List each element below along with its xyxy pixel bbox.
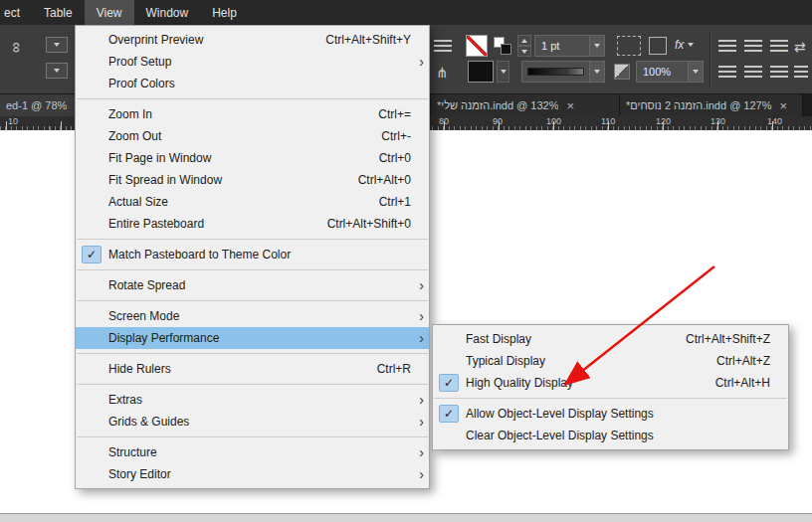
menu-item-proof-setup[interactable]: Proof Setup › — [76, 51, 429, 73]
menu-item-shortcut: Ctrl+R — [377, 362, 411, 376]
caret-down-icon — [594, 70, 600, 74]
menu-item-label: Structure — [108, 445, 411, 459]
stroke-weight-select[interactable]: 1 pt — [534, 35, 605, 57]
fill-color-dropdown[interactable] — [497, 61, 509, 83]
document-tab[interactable]: *הזמנה שלי.indd @ 132% × — [431, 94, 620, 116]
menubar-item-object[interactable]: ect — [0, 0, 32, 25]
menu-item-shortcut: Ctrl+0 — [379, 151, 411, 165]
submenu-arrow-icon: › — [419, 389, 424, 411]
submenu-arrow-icon: › — [419, 327, 424, 349]
dashed-frame-icon[interactable] — [617, 36, 641, 56]
flip-vertical-icon[interactable]: ⋔ — [436, 64, 448, 82]
stepper-up-icon[interactable] — [517, 35, 531, 46]
stroke-style-select[interactable] — [521, 61, 605, 83]
menu-item-label: Fast Display — [466, 332, 666, 346]
menu-item-grids-and-guides[interactable]: Grids & Guides › — [76, 411, 429, 433]
menu-item-label: Overprint Preview — [108, 33, 305, 47]
check-space — [439, 352, 459, 370]
check-space — [82, 149, 102, 167]
caret-down-icon — [688, 43, 694, 47]
ruler-label: 10 — [8, 116, 18, 126]
check-space — [439, 330, 459, 348]
frame-icon[interactable] — [649, 37, 667, 55]
menu-item-label: Typical Display — [466, 354, 697, 368]
menu-item-fit-spread-in-window[interactable]: Fit Spread in Window Ctrl+Alt+0 — [76, 169, 429, 191]
menu-item-label: Rotate Spread — [108, 278, 411, 292]
tab-close-icon[interactable]: × — [566, 99, 574, 112]
menu-item-structure[interactable]: Structure › — [76, 441, 429, 463]
menu-item-shortcut: Ctrl+1 — [379, 195, 411, 209]
caret-down-icon — [521, 50, 527, 54]
vertical-align-center-icon[interactable] — [744, 66, 762, 78]
menu-item-screen-mode[interactable]: Screen Mode › — [76, 305, 429, 327]
paragraph-align-center-icon[interactable] — [744, 40, 762, 52]
effects-label: fx — [675, 38, 684, 52]
vertical-align-bottom-icon[interactable] — [770, 66, 788, 78]
tab-close-icon[interactable]: × — [780, 99, 788, 112]
menu-item-display-performance[interactable]: Display Performance › — [76, 327, 429, 349]
menu-item-story-editor[interactable]: Story Editor › — [76, 463, 429, 485]
chevron-down-icon[interactable] — [589, 62, 604, 82]
menu-item-zoom-in[interactable]: Zoom In Ctrl+= — [76, 103, 429, 125]
submenu-arrow-icon: › — [419, 411, 424, 433]
stroke-proxy — [501, 44, 511, 55]
ruler-label: 130 — [710, 116, 725, 126]
submenu-arrow-icon: › — [419, 274, 424, 296]
stroke-none-swatch[interactable] — [466, 35, 488, 57]
menu-item-match-pasteboard-to-theme-color[interactable]: ✓ Match Pasteboard to Theme Color — [76, 244, 429, 265]
stepper-down-icon[interactable] — [517, 46, 531, 57]
menu-item-fit-page-in-window[interactable]: Fit Page in Window Ctrl+0 — [76, 147, 429, 169]
menu-item-label: Display Performance — [108, 331, 411, 345]
auto-fit-icon[interactable] — [46, 63, 68, 79]
menu-item-shortcut: Ctrl+Alt+Shift+Y — [325, 33, 411, 47]
fill-stroke-proxy-icon[interactable] — [494, 37, 511, 55]
menu-item-allow-object-level-display-settings[interactable]: ✓ Allow Object-Level Display Settings — [433, 403, 788, 425]
menu-item-hide-rulers[interactable]: Hide Rulers Ctrl+R — [76, 358, 429, 380]
caret-down-icon — [501, 70, 507, 74]
fit-frame-icon[interactable] — [46, 37, 68, 53]
stroke-weight-stepper[interactable] — [517, 35, 531, 57]
menu-item-overprint-preview[interactable]: Overprint Preview Ctrl+Alt+Shift+Y — [76, 29, 429, 51]
menu-item-proof-colors[interactable]: Proof Colors — [76, 73, 429, 94]
caret-down-icon — [54, 43, 60, 47]
menu-item-typical-display[interactable]: Typical Display Ctrl+Alt+Z — [433, 350, 788, 372]
menu-item-extras[interactable]: Extras › — [76, 389, 429, 411]
menubar-item-help[interactable]: Help — [200, 0, 249, 25]
link-icon[interactable]: ∞ — [12, 39, 23, 57]
menubar-item-window[interactable]: Window — [134, 0, 201, 25]
check-space — [82, 171, 102, 189]
menu-item-rotate-spread[interactable]: Rotate Spread › — [76, 274, 429, 296]
menu-item-entire-pasteboard[interactable]: Entire Pasteboard Ctrl+Alt+Shift+0 — [76, 213, 429, 235]
paragraph-align-left-icon[interactable] — [718, 40, 736, 52]
document-tab[interactable]: *הזמנה 2 נוסחים.indd @ 127% × — [620, 94, 803, 116]
opacity-select[interactable]: 100% — [636, 61, 704, 83]
check-space — [82, 360, 102, 378]
menu-item-zoom-out[interactable]: Zoom Out Ctrl+- — [76, 125, 429, 147]
opacity-icon — [614, 64, 630, 80]
menubar-item-view[interactable]: View — [85, 0, 134, 25]
effects-menu-button[interactable]: fx — [675, 38, 694, 52]
menu-item-fast-display[interactable]: Fast Display Ctrl+Alt+Shift+Z — [433, 328, 788, 350]
menubar-item-table[interactable]: Table — [32, 0, 85, 25]
menu-item-shortcut: Ctrl+Alt+Shift+Z — [686, 332, 770, 346]
menu-item-shortcut: Ctrl+Alt+0 — [358, 173, 411, 187]
flip-horizontal-icon[interactable] — [434, 40, 452, 52]
menu-item-label: Match Pasteboard to Theme Color — [108, 248, 411, 261]
vertical-align-top-icon[interactable] — [718, 66, 736, 78]
status-bar — [0, 513, 812, 522]
ruler-label: 80 — [439, 116, 449, 126]
chevron-down-icon[interactable] — [688, 62, 703, 82]
menu-item-clear-object-level-display-settings[interactable]: Clear Object-Level Display Settings — [433, 425, 788, 446]
menu-item-label: Zoom In — [108, 107, 358, 121]
menu-item-high-quality-display[interactable]: ✓ High Quality Display Ctrl+Alt+H — [433, 372, 788, 394]
menu-item-actual-size[interactable]: Actual Size Ctrl+1 — [76, 191, 429, 213]
menu-separator — [77, 436, 428, 437]
check-space — [82, 413, 102, 431]
fill-color-swatch[interactable] — [468, 61, 494, 83]
quick-apply-icon[interactable]: ⇄ — [794, 38, 806, 56]
caret-down-icon — [54, 69, 60, 73]
check-space — [82, 307, 102, 325]
chevron-down-icon[interactable] — [589, 36, 604, 56]
panel-menu-icon[interactable] — [794, 66, 808, 78]
paragraph-align-right-icon[interactable] — [770, 40, 788, 52]
